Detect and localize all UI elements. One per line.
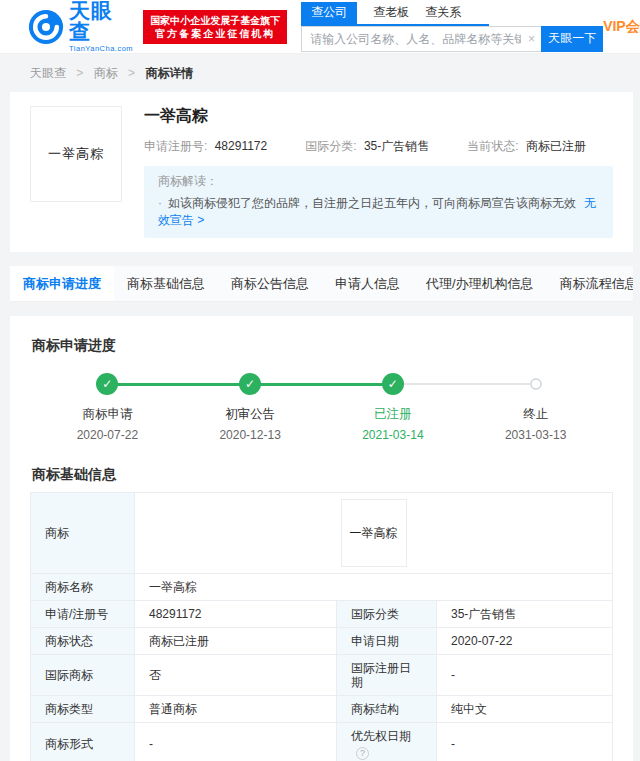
trademark-image: 一举高粽 <box>30 106 122 202</box>
breadcrumb-separator: > <box>128 66 135 80</box>
breadcrumb-trademark[interactable]: 商标 <box>94 66 118 80</box>
progress-section-title: 商标申请进度 <box>32 337 611 355</box>
tab-announcement-info[interactable]: 商标公告信息 <box>218 266 322 301</box>
timeline-step-termination: 终止 2031-03-13 <box>464 373 607 442</box>
logo-title: 天眼查 <box>69 0 133 42</box>
tab-process-info[interactable]: 商标流程信息 <box>547 266 633 301</box>
tianyancha-logo[interactable]: 天眼查 TianYanCha.com <box>28 0 133 53</box>
clipped-edge-element: 丨 <box>635 20 640 33</box>
table-row: 商标类型 普通商标 商标结构 纯中文 <box>31 696 613 723</box>
bullet-icon: · <box>158 196 162 210</box>
tianyancha-eye-icon <box>28 9 64 45</box>
trademark-image-small: 一举高粽 <box>341 499 407 567</box>
trademark-title: 一举高粽 <box>144 106 613 127</box>
application-progress-timeline: ✓ 商标申请 2020-07-22 ✓ 初审公告 2020-12-13 ✓ 已注… <box>36 373 607 442</box>
search-area: 查公司 查老板 查关系 × 天眼一下 <box>301 2 603 52</box>
check-circle-icon: ✓ <box>382 373 404 395</box>
table-row: 申请/注册号 48291172 国际分类 35-广告销售 <box>31 601 613 628</box>
pending-circle-icon <box>530 378 542 390</box>
search-tab-company[interactable]: 查公司 <box>301 2 357 24</box>
tab-basic-info[interactable]: 商标基础信息 <box>114 266 218 301</box>
basic-info-section-title: 商标基础信息 <box>32 466 611 484</box>
search-tabs: 查公司 查老板 查关系 <box>301 2 489 26</box>
timeline-step-preliminary: ✓ 初审公告 2020-12-13 <box>179 373 322 442</box>
tab-application-progress[interactable]: 商标申请进度 <box>10 266 114 301</box>
official-badge: 国家中小企业发展子基金旗下 官方备案企业征信机构 <box>143 10 287 44</box>
breadcrumb-home[interactable]: 天眼查 <box>30 66 66 80</box>
check-circle-icon: ✓ <box>96 373 118 395</box>
logo-subtitle: TianYanCha.com <box>69 44 133 53</box>
help-icon[interactable]: ? <box>356 747 369 760</box>
field-registration-number: 申请注册号: 48291172 <box>144 138 267 155</box>
timeline-step-registered: ✓ 已注册 2021-03-14 <box>322 373 465 442</box>
table-row: 商标名称 一举高粽 <box>31 574 613 601</box>
field-intl-class: 国际分类: 35-广告销售 <box>305 138 429 155</box>
trademark-summary-card: 一举高粽 一举高粽 申请注册号: 48291172 国际分类: 35-广告销售 … <box>10 92 633 252</box>
search-button[interactable]: 天眼一下 <box>541 26 603 52</box>
tab-applicant-info[interactable]: 申请人信息 <box>322 266 413 301</box>
field-current-status: 当前状态: 商标已注册 <box>467 138 586 155</box>
table-row: 国际商标 否 国际注册日期 - <box>31 655 613 696</box>
breadcrumb-current: 商标详情 <box>145 66 193 80</box>
interpretation-text: 如该商标侵犯了您的品牌，自注册之日起五年内，可向商标局宣告该商标无效 <box>168 196 576 210</box>
badge-line2: 官方备案企业征信机构 <box>150 27 280 40</box>
timeline-step-application: ✓ 商标申请 2020-07-22 <box>36 373 179 442</box>
detail-content-card: 商标申请进度 ✓ 商标申请 2020-07-22 ✓ 初审公告 2020-12-… <box>10 316 633 761</box>
search-tab-boss[interactable]: 查老板 <box>373 2 409 24</box>
search-tab-relation[interactable]: 查关系 <box>425 2 461 24</box>
table-row: 商标形式 - 优先权日期? - <box>31 723 613 761</box>
check-circle-icon: ✓ <box>239 373 261 395</box>
breadcrumb: 天眼查 > 商标 > 商标详情 <box>0 54 640 92</box>
breadcrumb-separator: > <box>76 66 83 80</box>
badge-line1: 国家中小企业发展子基金旗下 <box>150 14 280 27</box>
top-header: 天眼查 TianYanCha.com 国家中小企业发展子基金旗下 官方备案企业征… <box>0 0 640 54</box>
table-row: 商标 一举高粽 <box>31 493 613 574</box>
table-row: 商标状态 商标已注册 申请日期 2020-07-22 <box>31 628 613 655</box>
tab-agency-info[interactable]: 代理/办理机构信息 <box>413 266 547 301</box>
basic-info-table: 商标 一举高粽 商标名称 一举高粽 申请/注册号 48291172 国际分类 3… <box>30 492 613 761</box>
clear-icon[interactable]: × <box>528 32 535 46</box>
detail-tabbar: 商标申请进度 商标基础信息 商标公告信息 申请人信息 代理/办理机构信息 商标流… <box>10 266 633 302</box>
interpretation-title: 商标解读： <box>158 173 599 190</box>
trademark-interpretation-box: 商标解读： ·如该商标侵犯了您的品牌，自注册之日起五年内，可向商标局宣告该商标无… <box>144 166 613 238</box>
search-input[interactable] <box>301 26 541 52</box>
